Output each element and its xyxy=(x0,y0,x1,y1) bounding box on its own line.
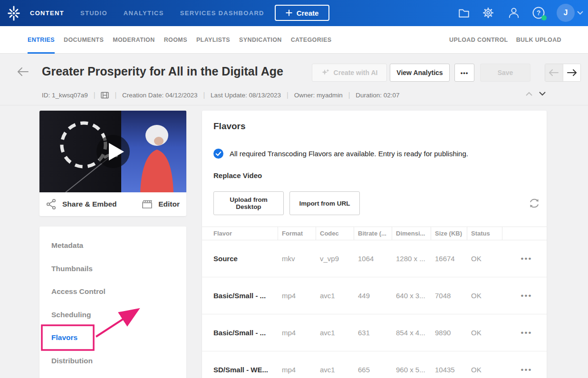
editor-button[interactable]: Editor xyxy=(142,199,180,209)
row-menu-button[interactable]: ••• xyxy=(502,365,547,375)
cell-codec: avc1 xyxy=(316,292,354,300)
create-with-ai-button[interactable]: Create with AI xyxy=(312,64,387,82)
share-embed-label: Share & Embed xyxy=(62,200,117,208)
previous-entry-button[interactable] xyxy=(545,64,563,81)
notification-dot xyxy=(541,15,547,20)
menu-item-thumbnails[interactable]: Thumbnails xyxy=(39,257,186,281)
tab-playlists[interactable]: PLAYLISTS xyxy=(196,26,230,54)
duration: Duration: 02:07 xyxy=(356,92,399,99)
column-header-bitrate[interactable]: Bitrate (... xyxy=(354,227,392,240)
row-menu-button[interactable]: ••• xyxy=(502,328,547,338)
tab-entries[interactable]: ENTRIES xyxy=(28,26,55,54)
kaltura-logo-icon[interactable] xyxy=(6,5,22,21)
refresh-icon[interactable] xyxy=(528,197,540,209)
tab-moderation[interactable]: MODERATION xyxy=(113,26,155,54)
header-divider xyxy=(0,105,588,105)
projects-folder-icon[interactable] xyxy=(458,7,470,19)
flavors-table-header: Flavor Format Codec Bitrate (... Dimensi… xyxy=(202,227,547,240)
content-sub-navbar: ENTRIES DOCUMENTS MODERATION ROOMS PLAYL… xyxy=(0,26,588,54)
user-icon[interactable] xyxy=(508,7,520,19)
cell-bitrate: 1064 xyxy=(354,255,392,263)
check-circle-icon xyxy=(213,149,223,159)
top-navbar: CONTENT STUDIO ANALYTICS SERVICES DASHBO… xyxy=(0,0,588,26)
app-window: CONTENT STUDIO ANALYTICS SERVICES DASHBO… xyxy=(0,0,588,378)
row-menu-button[interactable]: ••• xyxy=(502,254,547,264)
menu-item-distribution[interactable]: Distribution xyxy=(39,350,186,373)
cell-flavor: Source xyxy=(202,255,278,263)
sparkle-icon xyxy=(321,68,330,77)
tab-rooms[interactable]: ROOMS xyxy=(164,26,187,54)
entry-id: ID: 1_kwsq07a9 xyxy=(42,92,88,99)
help-icon[interactable]: ? xyxy=(532,6,545,19)
table-row: Basic/Small - ... mp4 avc1 631 854 x 4..… xyxy=(202,314,547,351)
nav-item-analytics[interactable]: ANALYTICS xyxy=(124,9,164,17)
clapperboard-icon xyxy=(142,199,153,209)
import-from-url-button[interactable]: Import from URL xyxy=(289,191,360,215)
cell-codec: avc1 xyxy=(316,366,354,374)
media-type-film-icon xyxy=(101,92,109,99)
column-header-size[interactable]: Size (KB) xyxy=(431,227,467,240)
more-actions-button[interactable]: ••• xyxy=(454,64,474,82)
last-update: Last Update: 08/13/2023 xyxy=(211,92,281,99)
flavors-panel-title: Flavors xyxy=(213,121,246,132)
cell-format: mp4 xyxy=(278,329,316,337)
upload-tabs: UPLOAD CONTROL BULK UPLOAD xyxy=(449,26,561,54)
cell-size: 10435 xyxy=(431,366,467,374)
entry-section-menu: Metadata Thumbnails Access Control Sched… xyxy=(39,227,186,378)
cell-format: mp4 xyxy=(278,366,316,374)
owner: Owner: myadmin xyxy=(294,92,343,99)
top-nav-menu: CONTENT STUDIO ANALYTICS SERVICES DASHBO… xyxy=(30,0,264,26)
next-entry-button[interactable] xyxy=(563,64,581,81)
tab-documents[interactable]: DOCUMENTS xyxy=(64,26,104,54)
table-row: Source mkv v_vp9 1064 1280 x ... 16674 O… xyxy=(202,240,547,277)
svg-text:?: ? xyxy=(537,9,541,17)
creation-date: Creation Date: 04/12/2023 xyxy=(122,92,197,99)
settings-gear-icon[interactable] xyxy=(482,7,494,19)
avatar-initial: J xyxy=(564,9,568,17)
view-analytics-button[interactable]: View Analytics xyxy=(390,64,450,82)
column-header-codec[interactable]: Codec xyxy=(316,227,354,240)
cell-format: mp4 xyxy=(278,292,316,300)
tab-categories[interactable]: CATEGORIES xyxy=(291,26,332,54)
cell-bitrate: 665 xyxy=(354,366,392,374)
column-header-format[interactable]: Format xyxy=(278,227,316,240)
chevron-up-icon[interactable] xyxy=(526,92,532,96)
menu-item-scheduling[interactable]: Scheduling xyxy=(39,303,186,327)
tab-syndication[interactable]: SYNDICATION xyxy=(239,26,282,54)
cell-dimensions: 1280 x ... xyxy=(392,255,431,263)
share-embed-button[interactable]: Share & Embed xyxy=(46,198,117,210)
create-button[interactable]: Create xyxy=(275,5,329,21)
menu-item-access-control[interactable]: Access Control xyxy=(39,280,186,303)
chevron-down-icon[interactable] xyxy=(539,92,546,96)
meta-collapse-controls xyxy=(526,92,546,96)
flavors-panel: Flavors All required Transcoding Flavors… xyxy=(202,111,547,378)
column-header-flavor[interactable]: Flavor xyxy=(202,227,278,240)
cell-flavor: SD/Small - WE... xyxy=(202,366,278,374)
nav-item-services-dashboard[interactable]: SERVICES DASHBOARD xyxy=(180,9,264,17)
cell-flavor: Basic/Small - ... xyxy=(202,329,278,337)
nav-item-studio[interactable]: STUDIO xyxy=(80,9,107,17)
player-card: Share & Embed Editor xyxy=(39,111,186,216)
menu-item-metadata[interactable]: Metadata xyxy=(39,234,186,257)
save-button[interactable]: Save xyxy=(480,64,530,82)
transcoding-status-message: All required Transcoding Flavors are ava… xyxy=(230,150,468,158)
upload-from-desktop-button[interactable]: Upload from Desktop xyxy=(213,191,284,215)
column-header-dimensions[interactable]: Dimensi... xyxy=(392,227,431,240)
nav-item-content[interactable]: CONTENT xyxy=(30,9,64,17)
cell-dimensions: 960 x 5... xyxy=(392,366,431,374)
entry-meta-row: ID: 1_kwsq07a9 | | Creation Date: 04/12/… xyxy=(42,91,400,99)
column-header-status[interactable]: Status xyxy=(467,227,502,240)
chevron-down-icon[interactable] xyxy=(577,11,583,15)
create-with-ai-label: Create with AI xyxy=(334,69,378,76)
cell-size: 16674 xyxy=(431,255,467,263)
back-arrow-icon[interactable] xyxy=(17,67,29,76)
menu-item-flavors[interactable]: Flavors xyxy=(39,326,186,350)
create-button-label: Create xyxy=(297,9,319,17)
avatar[interactable]: J xyxy=(557,4,575,22)
tab-bulk-upload[interactable]: BULK UPLOAD xyxy=(516,26,561,54)
cell-codec: avc1 xyxy=(316,329,354,337)
video-thumbnail[interactable] xyxy=(39,111,186,192)
tab-upload-control[interactable]: UPLOAD CONTROL xyxy=(449,26,508,54)
cell-size: 7048 xyxy=(431,292,467,300)
row-menu-button[interactable]: ••• xyxy=(502,291,547,301)
